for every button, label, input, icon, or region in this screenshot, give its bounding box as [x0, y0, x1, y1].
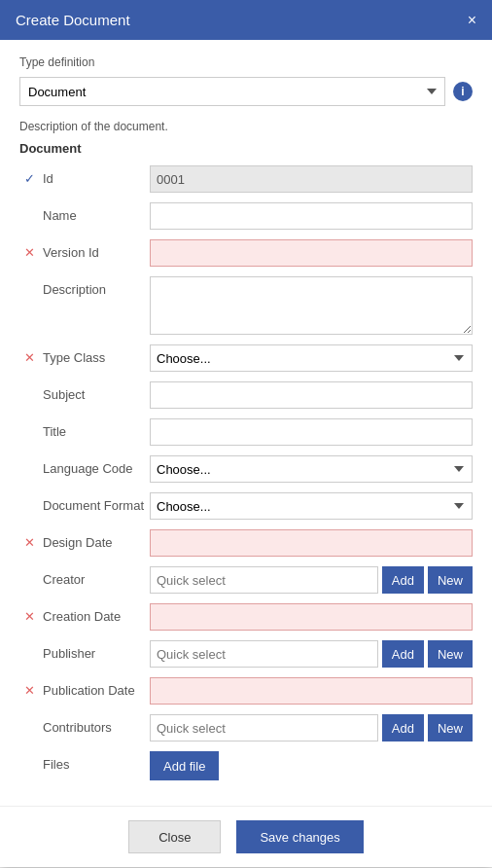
design-date-row: ✕ Design Date	[19, 529, 473, 557]
publisher-quick-select-input[interactable]	[150, 640, 378, 668]
contributors-quick-select-input[interactable]	[150, 714, 378, 741]
type-class-label: Type Class	[43, 344, 150, 365]
document-format-row: Document Format Choose...	[19, 492, 473, 520]
language-code-label: Language Code	[43, 455, 150, 476]
contributors-add-button[interactable]: Add	[382, 714, 424, 741]
version-id-input[interactable]	[150, 239, 473, 267]
dialog-close-button[interactable]: ×	[468, 13, 476, 28]
type-class-select[interactable]: Choose...	[150, 344, 473, 372]
create-document-dialog: Create Document × Type definition Docume…	[0, 0, 492, 867]
creator-label: Creator	[43, 566, 150, 587]
type-class-row: ✕ Type Class Choose...	[19, 344, 473, 372]
creation-date-input[interactable]	[150, 603, 473, 631]
language-code-row: Language Code Choose...	[19, 455, 473, 483]
title-input[interactable]	[150, 418, 473, 446]
creation-date-row: ✕ Creation Date	[19, 603, 473, 631]
subject-input[interactable]	[150, 381, 473, 409]
design-date-cross-icon: ✕	[19, 535, 39, 550]
creation-date-cross-icon: ✕	[19, 609, 39, 624]
type-class-cross-icon: ✕	[19, 350, 39, 365]
document-format-label: Document Format	[43, 492, 150, 513]
publisher-row: Publisher Add New	[19, 640, 473, 668]
add-file-button[interactable]: Add file	[150, 751, 219, 780]
title-row: Title	[19, 418, 473, 446]
subject-row: Subject	[19, 381, 473, 409]
dialog-footer: Close Save changes	[0, 806, 492, 867]
version-id-label: Version Id	[43, 239, 150, 260]
design-date-input[interactable]	[150, 529, 473, 557]
dialog-body: Type definition Document i Description o…	[0, 40, 492, 806]
description-label: Description	[43, 276, 150, 297]
publication-date-label: Publication Date	[43, 677, 150, 698]
creator-quick-select-input[interactable]	[150, 566, 378, 594]
publication-date-cross-icon: ✕	[19, 683, 39, 698]
id-input[interactable]	[150, 165, 473, 193]
document-format-select[interactable]: Choose...	[150, 492, 473, 520]
close-button[interactable]: Close	[128, 820, 221, 853]
description-input[interactable]	[150, 276, 473, 335]
dialog-title: Create Document	[16, 12, 130, 28]
creation-date-label: Creation Date	[43, 603, 150, 624]
subject-label: Subject	[43, 381, 150, 402]
id-check-icon: ✓	[19, 171, 39, 186]
creator-row: Creator Add New	[19, 566, 473, 594]
type-definition-label: Type definition	[19, 55, 473, 69]
publication-date-row: ✕ Publication Date	[19, 677, 473, 705]
save-changes-button[interactable]: Save changes	[236, 820, 363, 853]
description-text: Description of the document.	[19, 120, 473, 133]
contributors-quick-select-group: Add New	[150, 714, 473, 741]
language-code-select[interactable]: Choose...	[150, 455, 473, 483]
creator-new-button[interactable]: New	[428, 566, 473, 594]
contributors-new-button[interactable]: New	[428, 714, 473, 741]
design-date-label: Design Date	[43, 529, 150, 550]
name-row: Name	[19, 202, 473, 230]
publisher-add-button[interactable]: Add	[382, 640, 424, 668]
description-row: Description	[19, 276, 473, 335]
publisher-quick-select-group: Add New	[150, 640, 473, 668]
id-label: Id	[43, 165, 150, 186]
title-label: Title	[43, 418, 150, 439]
creator-add-button[interactable]: Add	[382, 566, 424, 594]
dialog-header: Create Document ×	[0, 0, 492, 40]
files-label: Files	[43, 751, 150, 772]
version-id-row: ✕ Version Id	[19, 239, 473, 267]
name-label: Name	[43, 202, 150, 223]
section-title: Document	[19, 141, 473, 156]
publication-date-input[interactable]	[150, 677, 473, 705]
name-input[interactable]	[150, 202, 473, 230]
creator-quick-select-group: Add New	[150, 566, 473, 594]
id-row: ✓ Id	[19, 165, 473, 193]
info-icon[interactable]: i	[453, 82, 473, 101]
files-row: Files Add file	[19, 751, 473, 780]
version-id-cross-icon: ✕	[19, 245, 39, 260]
contributors-row: Contributors Add New	[19, 714, 473, 741]
publisher-new-button[interactable]: New	[428, 640, 473, 668]
publisher-label: Publisher	[43, 640, 150, 661]
type-definition-select[interactable]: Document	[19, 77, 445, 106]
type-definition-row: Document i	[19, 77, 473, 106]
contributors-label: Contributors	[43, 714, 150, 735]
